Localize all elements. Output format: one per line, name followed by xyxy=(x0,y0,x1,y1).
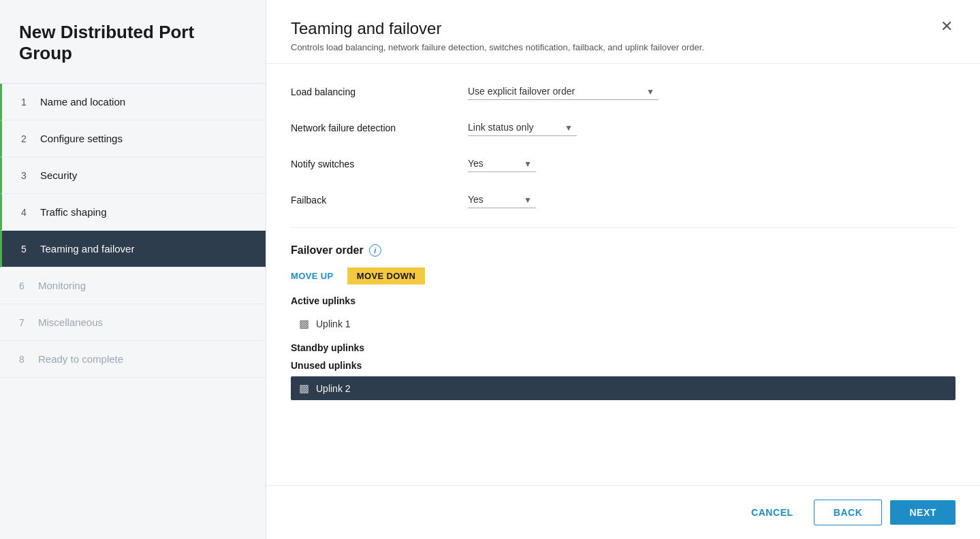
failover-order-title: Failover order i xyxy=(291,244,955,257)
step-label-2: Configure settings xyxy=(40,133,123,144)
step-number-3: 3 xyxy=(21,170,32,181)
load-balancing-select[interactable]: Use explicit failover order xyxy=(468,83,659,100)
sidebar-item-ready-to-complete[interactable]: 8 Ready to complete xyxy=(0,341,266,378)
failback-row: Failback Yes No ▼ xyxy=(291,191,955,208)
notify-switches-control[interactable]: Yes No ▼ xyxy=(468,155,536,172)
network-failure-control[interactable]: Link status only ▼ xyxy=(468,119,577,136)
network-failure-select[interactable]: Link status only xyxy=(468,119,577,136)
sidebar-item-configure-settings[interactable]: 2 Configure settings xyxy=(0,120,266,157)
notify-switches-select[interactable]: Yes No xyxy=(468,155,536,172)
section-divider xyxy=(291,227,955,228)
main-body: Load balancing Use explicit failover ord… xyxy=(266,64,980,485)
load-balancing-control[interactable]: Use explicit failover order ▼ xyxy=(468,83,659,100)
unused-uplinks-section: Unused uplinks ▩ Uplink 2 xyxy=(291,360,955,400)
dialog: New Distributed Port Group 1 Name and lo… xyxy=(0,0,980,539)
uplink2-item[interactable]: ▩ Uplink 2 xyxy=(291,376,955,400)
notify-switches-row: Notify switches Yes No ▼ xyxy=(291,155,955,172)
failover-order-label: Failover order xyxy=(291,244,364,257)
step-label-3: Security xyxy=(40,169,77,181)
step-number-1: 1 xyxy=(21,97,32,108)
sidebar-item-security[interactable]: 3 Security xyxy=(0,157,266,194)
failback-select[interactable]: Yes No xyxy=(468,191,536,208)
step-label-1: Name and location xyxy=(40,96,125,108)
sidebar-item-traffic-shaping[interactable]: 4 Traffic shaping xyxy=(0,194,266,231)
uplink1-item[interactable]: ▩ Uplink 1 xyxy=(291,312,955,336)
step-label-8: Ready to complete xyxy=(38,353,123,365)
uplink2-label: Uplink 2 xyxy=(316,383,351,394)
sidebar-item-miscellaneous[interactable]: 7 Miscellaneous xyxy=(0,304,266,341)
uplink2-monitor-icon: ▩ xyxy=(299,382,309,395)
unused-uplinks-header: Unused uplinks xyxy=(291,360,955,371)
step-label-4: Traffic shaping xyxy=(40,206,107,218)
step-label-7: Miscellaneous xyxy=(38,316,103,328)
close-button[interactable]: ✕ xyxy=(938,19,955,34)
failback-label: Failback xyxy=(291,195,468,206)
main-header: Teaming and failover Controls load balan… xyxy=(266,0,980,64)
sidebar-item-name-location[interactable]: 1 Name and location xyxy=(0,84,266,120)
info-icon[interactable]: i xyxy=(369,244,381,257)
step-number-8: 8 xyxy=(19,354,30,365)
main-content: Teaming and failover Controls load balan… xyxy=(266,0,980,539)
active-uplinks-section: Active uplinks ▩ Uplink 1 xyxy=(291,295,955,336)
network-failure-label: Network failure detection xyxy=(291,122,468,133)
main-title: Teaming and failover xyxy=(291,19,704,38)
cancel-button[interactable]: CANCEL xyxy=(739,500,806,525)
step-label-5: Teaming and failover xyxy=(40,243,134,255)
main-subtitle: Controls load balancing, network failure… xyxy=(291,42,704,52)
header-text-group: Teaming and failover Controls load balan… xyxy=(291,19,704,52)
load-balancing-row: Load balancing Use explicit failover ord… xyxy=(291,83,955,100)
failback-control[interactable]: Yes No ▼ xyxy=(468,191,536,208)
dialog-footer: CANCEL BACK NEXT xyxy=(266,485,980,539)
standby-uplinks-section: Standby uplinks xyxy=(291,342,955,353)
move-up-button[interactable]: MOVE UP xyxy=(291,267,334,284)
back-button[interactable]: BACK xyxy=(814,500,883,525)
sidebar-item-monitoring[interactable]: 6 Monitoring xyxy=(0,267,266,304)
failover-actions: MOVE UP MOVE DOWN xyxy=(291,267,955,284)
step-number-7: 7 xyxy=(19,317,30,328)
step-number-4: 4 xyxy=(21,207,32,218)
dialog-title: New Distributed Port Group xyxy=(0,0,266,84)
uplink-monitor-icon: ▩ xyxy=(299,317,309,330)
move-down-button[interactable]: MOVE DOWN xyxy=(347,267,426,284)
uplink1-label: Uplink 1 xyxy=(316,318,351,329)
step-number-6: 6 xyxy=(19,280,30,291)
sidebar: New Distributed Port Group 1 Name and lo… xyxy=(0,0,266,539)
active-uplinks-header: Active uplinks xyxy=(291,295,955,306)
load-balancing-label: Load balancing xyxy=(291,86,468,97)
steps-list: 1 Name and location 2 Configure settings… xyxy=(0,84,266,539)
sidebar-item-teaming-failover[interactable]: 5 Teaming and failover xyxy=(0,231,266,267)
step-label-6: Monitoring xyxy=(38,280,86,291)
next-button[interactable]: NEXT xyxy=(890,500,955,525)
network-failure-row: Network failure detection Link status on… xyxy=(291,119,955,136)
step-number-2: 2 xyxy=(21,133,32,144)
step-number-5: 5 xyxy=(21,244,32,255)
standby-uplinks-header: Standby uplinks xyxy=(291,342,955,353)
notify-switches-label: Notify switches xyxy=(291,159,468,169)
